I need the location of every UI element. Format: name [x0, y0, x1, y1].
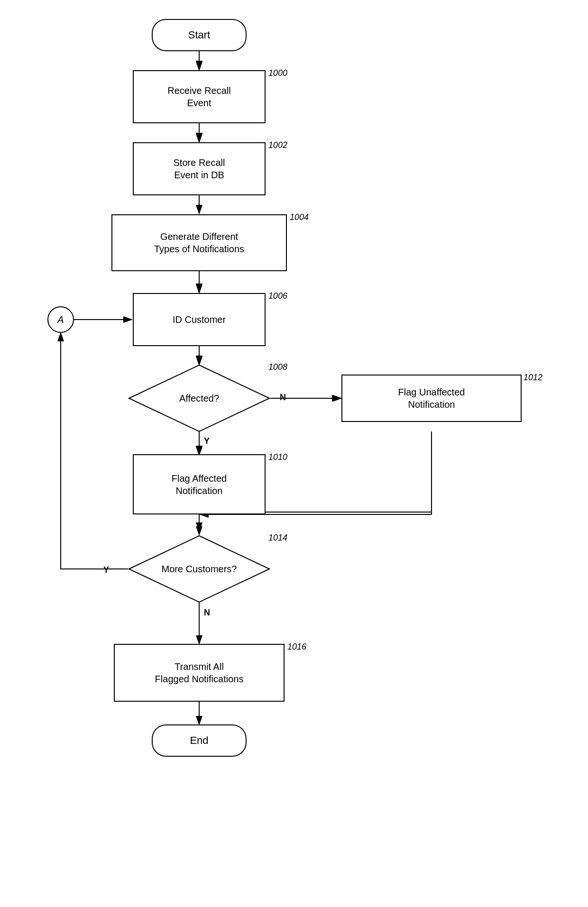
flag-unaffected-node: Flag Unaffected Notification [341, 375, 522, 422]
id-customer-ref: 1006 [268, 291, 287, 301]
generate-node: Generate Different Types of Notification… [111, 214, 287, 271]
y-affected-label: Y [204, 436, 210, 446]
id-customer-node: ID Customer [133, 293, 266, 346]
receive-label: Receive Recall Event [167, 84, 230, 109]
more-customers-ref: 1014 [268, 533, 287, 543]
flag-affected-label: Flag Affected Notification [172, 472, 227, 497]
more-customers-diamond: More Customers? [128, 535, 270, 603]
affected-label: Affected? [179, 392, 219, 404]
flowchart: Start Receive Recall Event 1000 Store Re… [0, 0, 588, 907]
n-affected-label: N [280, 393, 286, 403]
y-more-label: Y [103, 565, 109, 575]
start-label: Start [188, 29, 210, 41]
connector-a: A [47, 306, 74, 333]
store-ref: 1002 [268, 140, 287, 150]
flag-unaffected-ref: 1012 [524, 373, 542, 383]
store-label: Store Recall Event in DB [174, 156, 225, 181]
end-node: End [152, 724, 247, 757]
start-node: Start [152, 19, 247, 51]
receive-ref: 1000 [268, 68, 287, 78]
affected-diamond: Affected? [128, 364, 270, 432]
arrows-overlay [0, 0, 588, 907]
flag-affected-ref: 1010 [268, 452, 287, 462]
n-more-label: N [204, 608, 210, 618]
flag-affected-node: Flag Affected Notification [133, 454, 266, 514]
connector-a-label: A [57, 314, 64, 325]
more-customers-label: More Customers? [162, 563, 237, 575]
flag-unaffected-label: Flag Unaffected Notification [398, 386, 465, 411]
store-node: Store Recall Event in DB [133, 142, 266, 195]
end-label: End [190, 734, 208, 747]
receive-recall-node: Receive Recall Event [133, 70, 266, 123]
transmit-node: Transmit All Flagged Notifications [114, 644, 285, 702]
transmit-ref: 1016 [287, 642, 306, 652]
generate-label: Generate Different Types of Notification… [154, 230, 244, 255]
generate-ref: 1004 [290, 212, 309, 222]
arrows-main [0, 0, 588, 907]
transmit-label: Transmit All Flagged Notifications [155, 660, 244, 685]
affected-ref: 1008 [268, 362, 287, 372]
id-customer-label: ID Customer [173, 313, 226, 326]
